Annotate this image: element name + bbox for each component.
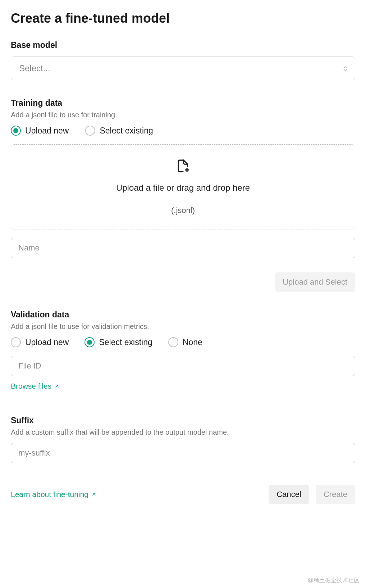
footer-buttons: Cancel Create: [269, 485, 355, 504]
footer: Learn about fine-tuning Cancel Create: [11, 485, 355, 504]
learn-link-label: Learn about fine-tuning: [11, 490, 88, 499]
svg-line-2: [56, 385, 58, 387]
suffix-section: Suffix Add a custom suffix that will be …: [11, 416, 355, 463]
base-model-placeholder: Select...: [19, 63, 50, 73]
base-model-label: Base model: [11, 40, 355, 50]
file-add-icon: [18, 159, 348, 173]
external-link-icon: [91, 492, 96, 497]
training-data-label: Training data: [11, 98, 355, 108]
validation-data-label: Validation data: [11, 310, 355, 320]
training-data-section: Training data Add a jsonl file to use fo…: [11, 98, 355, 292]
learn-fine-tuning-link[interactable]: Learn about fine-tuning: [11, 490, 96, 499]
training-dropzone[interactable]: Upload a file or drag and drop here (.js…: [11, 144, 355, 230]
validation-none-radio[interactable]: None: [168, 337, 202, 347]
radio-label: Upload new: [25, 126, 69, 136]
training-name-input[interactable]: [11, 238, 355, 258]
dropzone-ext: (.jsonl): [18, 206, 348, 215]
suffix-input[interactable]: [11, 443, 355, 463]
training-upload-new-radio[interactable]: Upload new: [11, 126, 69, 136]
training-data-radios: Upload new Select existing: [11, 126, 355, 136]
radio-label: Upload new: [25, 338, 69, 347]
browse-files-link[interactable]: Browse files: [11, 382, 59, 390]
radio-checked-icon: [84, 337, 95, 347]
page-title: Create a fine-tuned model: [11, 11, 355, 26]
external-link-icon: [54, 384, 59, 389]
radio-unchecked-icon: [85, 126, 95, 136]
create-button[interactable]: Create: [316, 485, 355, 504]
base-model-section: Base model Select...: [11, 40, 355, 80]
radio-unchecked-icon: [11, 337, 21, 347]
validation-data-section: Validation data Add a jsonl file to use …: [11, 310, 355, 390]
upload-and-select-button[interactable]: Upload and Select: [275, 272, 355, 292]
validation-upload-new-radio[interactable]: Upload new: [11, 337, 69, 347]
chevron-updown-icon: [343, 66, 347, 71]
radio-label: None: [183, 338, 202, 347]
radio-checked-icon: [11, 126, 21, 136]
validation-data-radios: Upload new Select existing None: [11, 337, 355, 347]
training-data-desc: Add a jsonl file to use for training.: [11, 111, 355, 119]
radio-label: Select existing: [100, 126, 153, 136]
training-select-existing-radio[interactable]: Select existing: [85, 126, 153, 136]
svg-line-3: [93, 493, 95, 496]
validation-select-existing-radio[interactable]: Select existing: [84, 337, 152, 347]
cancel-button[interactable]: Cancel: [269, 485, 309, 504]
validation-data-desc: Add a jsonl file to use for validation m…: [11, 322, 355, 331]
suffix-desc: Add a custom suffix that will be appende…: [11, 428, 355, 437]
base-model-select[interactable]: Select...: [11, 56, 355, 80]
suffix-label: Suffix: [11, 416, 355, 425]
radio-unchecked-icon: [168, 337, 178, 347]
validation-fileid-input[interactable]: [11, 356, 355, 376]
dropzone-title: Upload a file or drag and drop here: [18, 183, 348, 193]
radio-label: Select existing: [99, 338, 152, 347]
browse-files-label: Browse files: [11, 382, 51, 390]
